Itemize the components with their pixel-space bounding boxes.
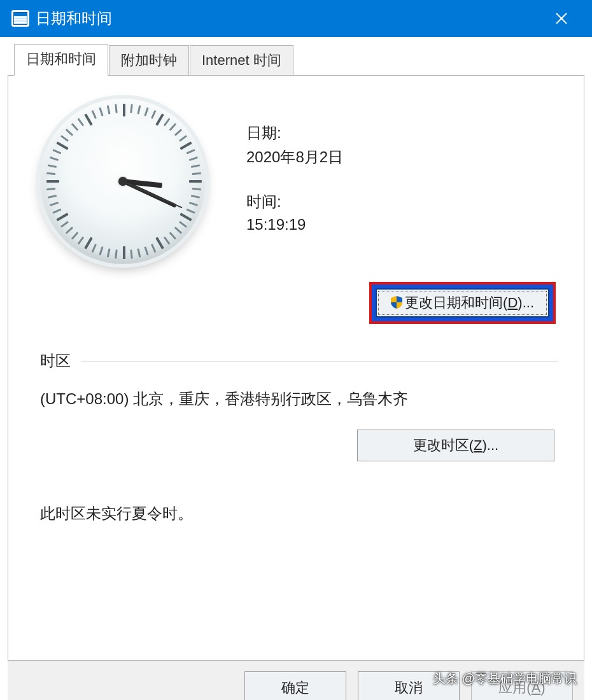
clock-tick bbox=[46, 180, 59, 183]
cancel-button[interactable]: 取消 bbox=[358, 671, 460, 700]
analog-clock bbox=[40, 99, 212, 270]
clock-tick bbox=[56, 141, 68, 150]
clock-tick bbox=[50, 157, 59, 161]
date-label: 日期: bbox=[246, 123, 343, 143]
clock-tick bbox=[50, 202, 59, 206]
change-datetime-label-a: 更改日期和时间( bbox=[405, 295, 507, 311]
change-datetime-label-b: )... bbox=[518, 295, 534, 311]
apply-label-b: ) bbox=[540, 680, 545, 696]
clock-tick bbox=[71, 123, 79, 130]
dialog-button-bar: 确定 取消 应用(A) bbox=[8, 661, 584, 700]
clock-tick bbox=[137, 248, 141, 257]
clock-tick bbox=[151, 110, 156, 119]
clock-center bbox=[118, 177, 127, 186]
clock-tick bbox=[78, 236, 85, 244]
tab-datetime[interactable]: 日期和时间 bbox=[14, 44, 108, 76]
clock-tick bbox=[187, 149, 195, 154]
clock-tick bbox=[60, 135, 69, 142]
ok-button[interactable]: 确定 bbox=[244, 671, 346, 700]
clock-tick bbox=[84, 237, 92, 249]
clock-tick bbox=[52, 149, 61, 154]
close-button[interactable] bbox=[536, 0, 587, 37]
close-icon bbox=[555, 12, 568, 25]
clock-tick bbox=[180, 213, 192, 221]
time-label: 时间: bbox=[246, 192, 343, 212]
clock-tick bbox=[123, 104, 125, 116]
tabs-wrapper: 日期和时间 附加时钟 Internet 时间 日期: 2020年8月2日 bbox=[8, 45, 584, 661]
tab-strip: 日期和时间 附加时钟 Internet 时间 bbox=[14, 45, 584, 76]
apply-label-a: 应用( bbox=[498, 680, 531, 696]
clock-tick bbox=[144, 246, 148, 255]
timezone-header-label: 时区 bbox=[40, 351, 71, 371]
change-timezone-button[interactable]: 更改时区(Z)... bbox=[357, 430, 554, 461]
clock-tick bbox=[115, 104, 117, 113]
clock-tick bbox=[180, 141, 192, 150]
window-title: 日期和时间 bbox=[36, 8, 536, 29]
clock-tick bbox=[78, 118, 85, 126]
clock-tick bbox=[144, 108, 148, 116]
clock-tick bbox=[48, 195, 57, 199]
dst-note: 此时区未实行夏令时。 bbox=[40, 503, 558, 524]
change-datetime-hotkey: D bbox=[507, 295, 518, 311]
clock-tick bbox=[107, 248, 111, 257]
clock-tick bbox=[107, 105, 111, 114]
clock-tick bbox=[179, 221, 187, 228]
clock-tick bbox=[164, 236, 171, 244]
clock-tick bbox=[46, 188, 55, 190]
tab-internet-time[interactable]: Internet 时间 bbox=[190, 45, 293, 76]
clock-tick bbox=[164, 118, 171, 126]
highlight-box: 更改日期和时间(D)... bbox=[369, 282, 556, 324]
clock-tick bbox=[56, 213, 68, 221]
clock-tick bbox=[187, 209, 195, 214]
change-timezone-label-a: 更改时区( bbox=[413, 437, 474, 453]
clock-tick bbox=[169, 123, 177, 130]
clock-tick bbox=[169, 232, 177, 239]
tab-panel-datetime: 日期: 2020年8月2日 时间: 15:19:19 更改日期和时间(D)...… bbox=[8, 75, 584, 661]
clock-tick bbox=[99, 108, 103, 116]
datetime-row: 日期: 2020年8月2日 时间: 15:19:19 bbox=[40, 99, 558, 270]
clock-tick bbox=[137, 105, 141, 114]
clock-tick bbox=[130, 249, 132, 258]
clock-tick bbox=[92, 244, 97, 253]
timezone-value: (UTC+08:00) 北京，重庆，香港特别行政区，乌鲁木齐 bbox=[40, 389, 558, 409]
apply-button[interactable]: 应用(A) bbox=[471, 671, 573, 700]
clock-tick bbox=[60, 221, 69, 228]
datetime-info: 日期: 2020年8月2日 时间: 15:19:19 bbox=[246, 99, 343, 258]
clock-tick bbox=[179, 135, 187, 142]
clock-tick bbox=[192, 172, 201, 175]
clock-tick bbox=[66, 129, 73, 136]
clock-tick bbox=[115, 249, 117, 258]
change-timezone-wrap: 更改时区(Z)... bbox=[40, 430, 558, 461]
clock-tick bbox=[46, 172, 55, 175]
clock-tick bbox=[189, 202, 198, 206]
clock-tick bbox=[155, 113, 164, 125]
clock-tick bbox=[189, 180, 202, 183]
timezone-header: 时区 bbox=[40, 351, 558, 371]
change-datetime-wrap: 更改日期和时间(D)... bbox=[40, 282, 558, 324]
clock-tick bbox=[130, 104, 132, 113]
titlebar: 日期和时间 bbox=[0, 0, 592, 37]
clock-tick bbox=[192, 188, 201, 190]
clock-tick bbox=[84, 113, 92, 125]
uac-shield-icon bbox=[391, 296, 402, 309]
change-timezone-hotkey: Z bbox=[474, 437, 482, 453]
clock-tick bbox=[66, 227, 73, 234]
datetime-icon bbox=[11, 10, 29, 27]
dialog-body: 日期和时间 附加时钟 Internet 时间 日期: 2020年8月2日 bbox=[0, 37, 592, 700]
clock-tick bbox=[191, 195, 200, 199]
clock-tick bbox=[174, 227, 182, 234]
tab-additional-clocks[interactable]: 附加时钟 bbox=[109, 45, 189, 76]
clock-tick bbox=[174, 129, 182, 136]
clock-tick bbox=[189, 157, 198, 161]
date-value: 2020年8月2日 bbox=[246, 147, 343, 167]
clock-tick bbox=[191, 164, 200, 168]
change-datetime-button[interactable]: 更改日期和时间(D)... bbox=[376, 288, 549, 318]
apply-hotkey: A bbox=[532, 680, 541, 696]
clock-tick bbox=[99, 246, 103, 255]
clock-tick bbox=[92, 110, 97, 119]
clock-tick bbox=[155, 237, 164, 249]
timezone-divider bbox=[81, 361, 558, 361]
clock-tick bbox=[52, 209, 61, 214]
change-timezone-label-b: )... bbox=[483, 437, 499, 453]
time-value: 15:19:19 bbox=[246, 216, 343, 234]
